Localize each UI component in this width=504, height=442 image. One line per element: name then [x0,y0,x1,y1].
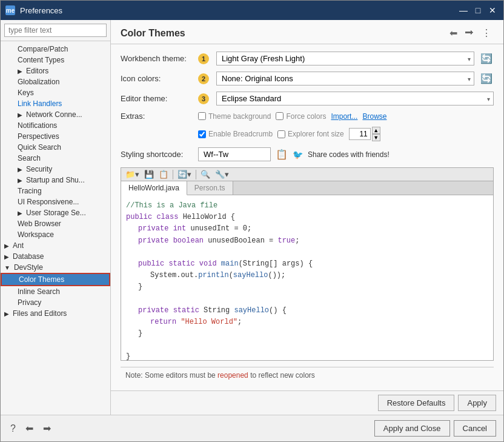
sidebar-item-network-conne[interactable]: ▶Network Conne... [1,109,110,120]
preferences-window: me Preferences — □ ✕ Compare/Patch Conte… [0,0,504,442]
settings-toolbar-button[interactable]: 🔧▾ [213,169,231,179]
editor-tabs: HelloWorld.java Person.ts [121,181,493,195]
sidebar-item-web-browser[interactable]: Web Browser [1,218,110,229]
sidebar-item-workspace[interactable]: Workspace [1,229,110,240]
extras-row-2: Enable Breadcrumb Explorer font size ▲ ▼ [121,127,494,141]
sidebar-item-keys[interactable]: Keys [1,87,110,98]
sidebar-item-privacy[interactable]: Privacy [1,297,110,308]
code-line-8: } [126,281,488,293]
enable-breadcrumb-checkbox[interactable] [198,130,206,138]
title-bar: me Preferences — □ ✕ [1,1,503,20]
window-controls: — □ ✕ [457,4,499,16]
copy-shortcode-button[interactable]: 📋 [276,149,288,160]
sidebar-item-quick-search[interactable]: Quick Search [1,142,110,153]
sidebar-item-compare-patch[interactable]: Compare/Patch [1,44,110,55]
workbench-theme-select[interactable]: Light Gray (Fresh Light) Dark Classic [216,52,474,65]
explorer-font-group: Explorer font size [277,130,344,138]
sidebar-item-label: Privacy [18,298,41,307]
editor-toolbar: 📁▾ 💾 📋 🔄▾ 🔍 🔧▾ [121,168,493,181]
page-title: Color Themes [121,28,185,39]
tab-person-ts[interactable]: Person.ts [187,181,233,195]
save-button[interactable]: 💾 [142,169,156,179]
apply-and-close-button[interactable]: Apply and Close [374,420,450,437]
search-toolbar-button[interactable]: 🔍 [199,169,212,179]
cancel-button[interactable]: Cancel [454,420,496,437]
action-bar: Restore Defaults Apply [111,390,503,415]
sidebar-item-color-themes[interactable]: Color Themes [1,273,110,286]
sidebar-item-globalization[interactable]: Globalization [1,76,110,87]
sidebar-item-label: Globalization [18,78,59,86]
restore-defaults-button[interactable]: Restore Defaults [378,395,455,411]
sidebar-item-content-types[interactable]: Content Types [1,55,110,65]
footer-left: ? ⬅ ➡ [8,421,53,435]
force-colors-group: Force colors [276,112,326,121]
sidebar-item-label: Network Conne... [26,110,82,119]
icon-colors-refresh-button[interactable]: 🔄 [479,72,494,85]
help-button[interactable]: ? [8,421,18,435]
footer-back-button[interactable]: ⬅ [23,421,36,435]
sidebar-item-notifications[interactable]: Notifications [1,120,110,131]
code-line-13: } [126,352,130,360]
copy-button[interactable]: 📋 [157,169,170,179]
toolbar-separator [173,170,173,179]
sidebar-item-link-handlers[interactable]: Link Handlers [1,98,110,109]
expand-icon: ▶ [4,243,9,249]
code-line-4: private boolean unusedBoolean = true; [126,235,488,247]
minimize-button[interactable]: — [457,4,469,16]
expand-icon: ▶ [18,166,22,173]
theme-background-checkbox[interactable] [198,112,206,120]
code-editor[interactable]: //This is a Java file public class Hello… [121,195,493,360]
sidebar-item-label: User Storage Se... [26,209,86,217]
sidebar-item-database[interactable]: ▶Database [1,251,110,262]
sidebar-item-ui-responsive[interactable]: UI Responsivene... [1,196,110,207]
forward-button[interactable]: ⮕ [462,27,477,40]
sidebar-item-perspectives[interactable]: Perspectives [1,131,110,142]
sidebar-item-search[interactable]: Search [1,153,110,164]
sidebar-item-label: Database [13,252,44,261]
enable-breadcrumb-label: Enable Breadcrumb [208,130,273,138]
sidebar-item-security[interactable]: ▶Security [1,164,110,175]
editor-theme-select[interactable]: Eclipse Standard Dark Solarized [216,92,494,105]
apply-button[interactable]: Apply [458,395,496,411]
sidebar-item-inline-search[interactable]: Inline Search [1,286,110,297]
close-button[interactable]: ✕ [486,4,499,16]
sidebar-item-user-storage[interactable]: ▶User Storage Se... [1,207,110,218]
sidebar-item-editors[interactable]: ▶Editors [1,65,110,76]
maximize-button[interactable]: □ [472,4,484,16]
tab-helloworld-java[interactable]: HelloWorld.java [121,181,187,195]
footer-forward-button[interactable]: ➡ [41,421,53,435]
filter-input[interactable] [4,24,107,37]
back-button[interactable]: ⬅ [447,26,460,40]
explorer-font-checkbox[interactable] [277,130,285,138]
twitter-share-button[interactable]: 🐦 [293,150,303,159]
theme-background-group: Theme background [198,112,271,121]
workbench-theme-refresh-button[interactable]: 🔄 [479,52,494,65]
new-file-button[interactable]: 📁▾ [124,169,141,179]
sidebar-item-startup-shu[interactable]: ▶Startup and Shu... [1,175,110,186]
styling-shortcode-input[interactable] [198,147,271,161]
force-colors-checkbox[interactable] [276,112,284,120]
sidebar-item-devstyle[interactable]: ▼DevStyle [1,262,110,273]
sidebar-item-tracing[interactable]: Tracing [1,186,110,196]
icon-colors-select[interactable]: None: Original Icons Bright Dark [216,72,474,85]
sidebar-item-ant[interactable]: ▶Ant [1,240,110,251]
badge-1: 1 [198,53,209,64]
sidebar-item-label: Web Browser [18,219,61,228]
font-size-input[interactable] [349,128,371,140]
refresh-toolbar-button[interactable]: 🔄▾ [176,169,193,179]
sidebar-item-label: Perspectives [18,132,59,141]
import-button[interactable]: Import... [331,112,357,121]
footer-bar: ? ⬅ ➡ Apply and Close Cancel [1,415,503,441]
font-size-down-button[interactable]: ▼ [372,134,380,141]
footer-right: Apply and Close Cancel [374,420,496,437]
sidebar-item-files-editors[interactable]: ▶Files and Editors [1,308,110,319]
code-line-10: private static String sayHello() { [126,305,488,316]
badge-2: 2 [198,73,209,84]
filter-box [1,20,110,41]
expand-icon: ▼ [4,264,10,271]
browse-button[interactable]: Browse [362,112,386,121]
sidebar-item-label: Workspace [18,230,54,239]
sidebar-item-label: Inline Search [18,287,60,296]
font-size-up-button[interactable]: ▲ [372,127,380,134]
menu-button[interactable]: ⋮ [479,26,494,40]
